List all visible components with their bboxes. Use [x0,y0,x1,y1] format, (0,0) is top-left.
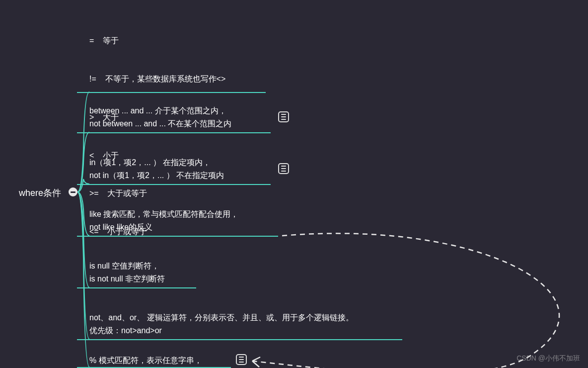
note-icon[interactable] [278,111,289,122]
node-null-text: is null 空值判断符， is not null 非空判断符 [89,260,165,285]
root-node[interactable]: where条件 [19,187,61,199]
node-like-text: like 搜索匹配，常与模式匹配符配合使用， not like like的反义 [89,208,238,233]
note-icon[interactable] [236,354,247,365]
node-between-text: between ... and ... 介于某个范围之内， not betwee… [89,104,231,130]
watermark: CSDN @小伟不加班 [516,354,580,363]
node-logic[interactable]: not、and、or、 逻辑运算符，分别表示否、并且、或、用于多个逻辑链接。 优… [89,311,354,337]
node-like[interactable]: like 搜索匹配，常与模式匹配符配合使用， not like like的反义 [89,208,238,233]
underline-comparison [77,92,266,93]
node-in[interactable]: in（项1，项2，... ） 在指定项内， not in（项1，项2，... ）… [89,156,224,182]
underline-logic [77,339,402,340]
node-null[interactable]: is null 空值判断符， is not null 非空判断符 [89,260,165,285]
underline-between [77,132,271,133]
note-icon[interactable] [278,163,289,174]
underline-null [77,287,196,288]
underline-in [77,184,271,185]
node-between[interactable]: between ... and ... 介于某个范围之内， not betwee… [89,104,231,130]
collapse-toggle[interactable] [69,187,77,196]
node-logic-text: not、and、or、 逻辑运算符，分别表示否、并且、或、用于多个逻辑链接。 优… [89,311,354,337]
node-in-text: in（项1，项2，... ） 在指定项内， not in（项1，项2，... ）… [89,156,224,182]
node-percent[interactable]: % 模式匹配符，表示任意字串， [89,354,202,367]
underline-like [77,236,278,237]
root-label: where条件 [19,188,61,198]
node-percent-text: % 模式匹配符，表示任意字串， [89,354,202,367]
